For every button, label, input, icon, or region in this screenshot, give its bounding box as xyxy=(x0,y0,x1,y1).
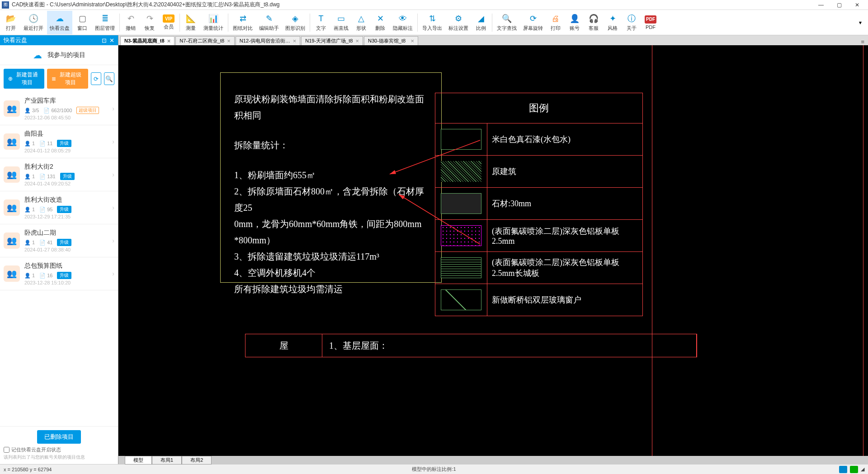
toolbar-icon: 🕓 xyxy=(28,13,39,24)
cad-canvas[interactable]: 原现状粉刷装饰墙面清除拆除面积和粉刷改造面积相同 拆除量统计： 1、粉刷墙面约6… xyxy=(118,45,868,456)
toolbar-关于[interactable]: ⓘ关于 xyxy=(623,11,641,34)
cloud-panel: 快看云盘 ⊡ ✕ ☁ 我参与的项目 ⊕ 新建普通项目 ≣ 新建超级项目 ⟳ 🔍 … xyxy=(0,35,118,464)
upgrade-badge[interactable]: 升级 xyxy=(57,140,71,147)
pin-icon[interactable]: ⊡ xyxy=(102,37,107,44)
toolbar-icon: ⓘ xyxy=(626,13,637,24)
panel-close-icon[interactable]: ✕ xyxy=(109,37,114,44)
project-date: 2024-01-24 09:20:52 xyxy=(24,181,108,186)
toolbar-账号[interactable]: 👤账号 xyxy=(566,11,584,34)
toolbar-图层管理[interactable]: ≣图层管理 xyxy=(92,11,118,34)
resize-grip-icon: ◢ xyxy=(861,466,864,472)
project-date: 2023-12-28 15:10:20 xyxy=(24,280,108,285)
layout-tab[interactable]: 模型 xyxy=(125,456,152,465)
toolbar-测量[interactable]: 📐测量 xyxy=(182,11,200,34)
upgrade-badge[interactable]: 升级 xyxy=(57,206,71,213)
toolbar-形状[interactable]: △形状 xyxy=(352,11,370,34)
toolbar-删除[interactable]: ✕删除 xyxy=(371,11,389,34)
toolbar-风格[interactable]: ✦风格 xyxy=(604,11,622,34)
toolbar-icon: ↷ xyxy=(144,13,155,24)
toolbar-图纸对比[interactable]: ⇄图纸对比 xyxy=(230,11,255,34)
toolbar-比例[interactable]: ◢比例 xyxy=(472,11,490,34)
toolbar-打开[interactable]: 📂打开 xyxy=(2,11,20,34)
project-item[interactable]: 👥 产业园车库 👤 3/5📄 662/1000 超级项目 2023-12-06 … xyxy=(0,92,118,125)
maximize-button[interactable]: ▢ xyxy=(830,0,848,9)
minimize-button[interactable]: — xyxy=(812,0,830,9)
toolbar-图形识别[interactable]: ◈图形识别 xyxy=(283,11,308,34)
upgrade-badge[interactable]: 升级 xyxy=(57,272,71,279)
document-tab[interactable]: N7-石府二区商业_t8× xyxy=(175,36,235,45)
upgrade-badge[interactable]: 升级 xyxy=(60,173,75,180)
panel-header: 快看云盘 ⊡ ✕ xyxy=(0,35,118,45)
toolbar-恢复[interactable]: ↷恢复 xyxy=(141,11,159,34)
tab-close-icon[interactable]: × xyxy=(410,38,414,44)
chevron-right-icon: › xyxy=(112,204,114,211)
project-item[interactable]: 👥 胜利大街改造 👤 1📄 95 升级 2023-12-29 17:21:35 … xyxy=(0,191,118,224)
panel-hint: 该列表列出了与您的账号关联的项目信息 xyxy=(4,454,114,460)
toolbar-隐藏标注[interactable]: 👁隐藏标注 xyxy=(390,11,415,34)
tab-label: N19-天河通信广场_t8 xyxy=(305,38,353,44)
project-item[interactable]: 👥 曲阳县 👤 1📄 11 升级 2024-01-12 08:05:29 › xyxy=(0,125,118,158)
project-item[interactable]: 👥 卧虎山二期 👤 1📄 41 升级 2024-01-27 08:38:40 › xyxy=(0,224,118,257)
toolbar-menu-icon[interactable]: ▾ xyxy=(854,19,866,26)
search-button[interactable]: 🔍 xyxy=(104,72,114,85)
deleted-projects-button[interactable]: 已删除项目 xyxy=(37,430,81,444)
project-item[interactable]: 👥 总包预算图纸 👤 1📄 16 升级 2023-12-28 15:10:20 … xyxy=(0,257,118,290)
legend-table: 图例 米白色真石漆(水包水) 原建筑 石材:30mm (表面氟碳喷涂二层)深灰色… xyxy=(435,93,643,316)
tabs-menu-icon[interactable]: ≡ xyxy=(861,38,868,45)
toolbar-窗口[interactable]: ▢窗口 xyxy=(73,11,91,34)
toolbar-icon: ▭ xyxy=(336,13,347,24)
tab-close-icon[interactable]: × xyxy=(355,38,359,44)
toolbar-文字查找[interactable]: 🔍文字查找 xyxy=(494,11,519,34)
tab-close-icon[interactable]: × xyxy=(167,38,171,44)
toolbar-客服[interactable]: 🎧客服 xyxy=(585,11,603,34)
tab-close-icon[interactable]: × xyxy=(293,38,297,44)
cad-text-line: *800mm） xyxy=(234,232,428,248)
toolbar-icon: 📂 xyxy=(5,13,16,24)
layout-tab[interactable]: 布局1 xyxy=(152,456,182,465)
toolbar-最近打开[interactable]: 🕓最近打开 xyxy=(21,11,46,34)
bottom-cell: 屋 xyxy=(245,334,322,357)
status-button[interactable] xyxy=(850,466,858,473)
layout-tab[interactable]: 布局2 xyxy=(182,456,212,465)
toolbar-快看云盘[interactable]: ☁快看云盘 xyxy=(47,11,72,34)
toolbar-打印[interactable]: 🖨打印 xyxy=(547,11,565,34)
toolbar-PDF[interactable]: PDFPDF xyxy=(642,11,660,34)
cad-line xyxy=(652,45,652,456)
toolbar-导入导出[interactable]: ⇅导入导出 xyxy=(420,11,445,34)
new-super-project-button[interactable]: ≣ 新建超级项目 xyxy=(47,69,88,89)
layout-tabs: 模型布局1布局2 xyxy=(118,456,868,464)
toolbar-label: 恢复 xyxy=(145,25,155,32)
project-avatar-icon: 👥 xyxy=(4,100,20,117)
toolbar-屏幕旋转[interactable]: ⟳屏幕旋转 xyxy=(520,11,546,34)
remember-state-checkbox[interactable]: 记住快看云盘开启状态 xyxy=(4,446,114,453)
document-tab[interactable]: N30-德泰宾馆_t8× xyxy=(364,36,418,45)
document-tab[interactable]: N3-紫晶苑底商_t8× xyxy=(120,36,175,45)
toolbar-标注设置[interactable]: ⚙标注设置 xyxy=(446,11,471,34)
status-right: ◢ xyxy=(839,466,864,473)
legend-swatch xyxy=(441,161,481,182)
document-tab[interactable]: N19-天河通信广场_t8× xyxy=(301,36,363,45)
toolbar-icon: T xyxy=(316,13,326,24)
refresh-button[interactable]: ⟳ xyxy=(91,72,101,85)
document-tab[interactable]: N12-供电局宿舍沿街…× xyxy=(236,36,300,45)
close-button[interactable]: ✕ xyxy=(848,0,866,9)
legend-row: 石材:30mm xyxy=(435,187,642,219)
bottom-table: 屋 1、基层屋面： xyxy=(245,334,697,357)
toolbar-label: 测量 xyxy=(186,25,196,32)
upgrade-badge[interactable]: 升级 xyxy=(57,239,71,246)
toolbar-文字[interactable]: T文字 xyxy=(312,11,330,34)
toolbar-会员[interactable]: VIP会员 xyxy=(160,11,178,34)
new-normal-project-button[interactable]: ⊕ 新建普通项目 xyxy=(4,69,44,89)
canvas-area: N3-紫晶苑底商_t8×N7-石府二区商业_t8×N12-供电局宿舍沿街…×N1… xyxy=(118,35,868,464)
status-button[interactable] xyxy=(839,466,847,473)
tab-close-icon[interactable]: × xyxy=(227,38,231,44)
toolbar-撤销[interactable]: ↶撤销 xyxy=(122,11,140,34)
legend-label: 米白色真石漆(水包水) xyxy=(487,123,642,155)
toolbar-测量统计[interactable]: 📊测量统计 xyxy=(201,11,226,34)
coords-display: x = 210580 y = 62794 xyxy=(4,467,52,472)
project-avatar-icon: 👥 xyxy=(4,166,20,183)
toolbar-icon: 👤 xyxy=(569,13,580,24)
toolbar-编辑助手[interactable]: ✎编辑助手 xyxy=(256,11,282,34)
toolbar-画直线[interactable]: ▭画直线 xyxy=(331,11,351,34)
project-item[interactable]: 👥 胜利大街2 👤 1📄 131 升级 2024-01-24 09:20:52 … xyxy=(0,158,118,191)
